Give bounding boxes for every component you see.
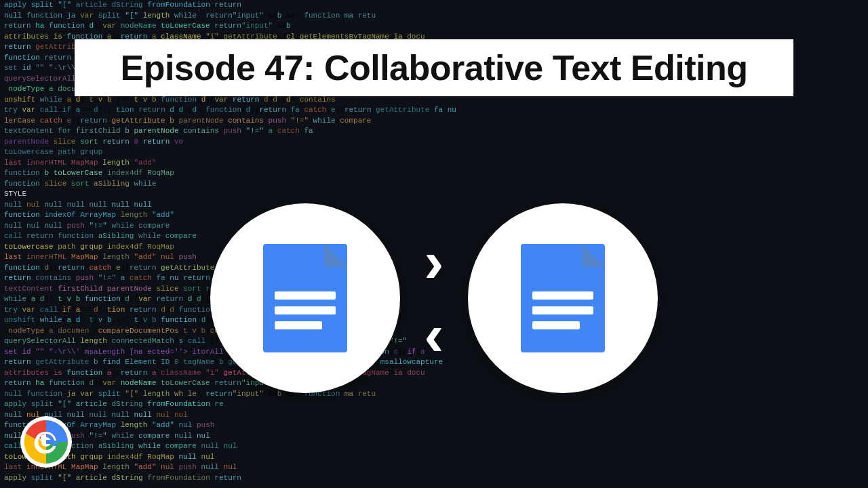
left-doc-circle	[210, 203, 400, 393]
arrows-container: › ‹	[380, 203, 488, 393]
google-g-icon	[19, 415, 73, 469]
episode-title: Episode 47: Collaborative Text Editing	[121, 47, 748, 88]
right-doc-circle	[468, 203, 658, 393]
google-logo	[19, 415, 73, 469]
title-banner: Episode 47: Collaborative Text Editing	[75, 39, 793, 96]
svg-rect-2	[275, 291, 336, 300]
right-arrow: ›	[424, 232, 443, 291]
svg-rect-8	[532, 291, 593, 300]
left-google-docs-icon	[251, 230, 359, 366]
svg-rect-10	[532, 321, 580, 329]
svg-rect-16	[46, 440, 54, 444]
left-arrow: ‹	[424, 305, 443, 365]
svg-rect-3	[275, 306, 336, 314]
main-content: › ‹	[0, 108, 868, 488]
svg-rect-9	[532, 306, 593, 314]
svg-rect-4	[275, 321, 322, 329]
right-google-docs-icon	[509, 230, 617, 366]
